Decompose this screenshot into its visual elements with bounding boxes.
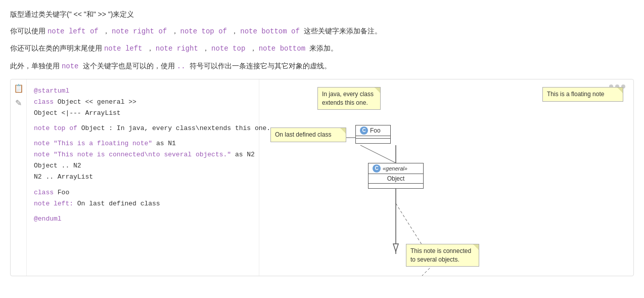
code-line-3: Object <|--- ArrayList xyxy=(34,108,252,119)
code-line-1: @startuml xyxy=(34,86,252,97)
copy-icon[interactable]: 📋 xyxy=(14,83,24,93)
note-on-last-class: On last defined class xyxy=(270,127,346,142)
code-note-top-of: note top of xyxy=(180,27,232,35)
diagram-panel: On last defined class C Foo In java, eve… xyxy=(259,79,633,276)
foo-name: Foo xyxy=(370,127,381,134)
code-blank-4 xyxy=(34,209,252,214)
connected-note-text: This note is connectedto several objects… xyxy=(410,247,471,263)
toolbar: 📋 ✎ xyxy=(11,79,27,276)
object-icon: C xyxy=(373,164,381,173)
text-section-2: 你可以使用 note left of ， note right of ， not… xyxy=(10,25,634,38)
code-dotdot: .. xyxy=(177,62,190,70)
code-note-left-of: note left of xyxy=(48,27,103,35)
object-class-name: Object xyxy=(387,175,405,182)
code-line-10: note left: On last defined class xyxy=(34,198,252,209)
heading-text: 版型通过类关键字(" << "和" >> ")来定义 xyxy=(10,10,134,18)
code-line-8: N2 .. ArrayList xyxy=(34,172,252,183)
floating-note-text: This is a floating note xyxy=(547,91,604,98)
code-line-2: class Object << general >> xyxy=(34,97,252,108)
svg-line-6 xyxy=(360,145,396,163)
note-object-top: In java, every classextends this one. xyxy=(317,87,381,110)
code-line-6: note "This note is connected\nto several… xyxy=(34,149,252,160)
class-object: C «general» Object xyxy=(368,163,424,189)
object-note-text: In java, every classextends this one. xyxy=(322,91,374,106)
foo-header: C Foo xyxy=(356,125,390,136)
code-line-9: class Foo xyxy=(34,187,252,198)
code-line-11: @enduml xyxy=(34,214,252,225)
diagram-container: 📋 ✎ @startuml class Object << general >>… xyxy=(10,79,634,276)
foo-icon: C xyxy=(360,126,368,135)
para2-suffix: 来添加。 xyxy=(309,44,338,52)
note-connected: This note is connectedto several objects… xyxy=(406,244,479,267)
para2-prefix: 你还可以在类的声明末尾使用 xyxy=(10,44,102,52)
object-header: C «general» xyxy=(369,163,423,174)
code-line-5: note "This is a floating note" as N1 xyxy=(34,138,252,149)
para1-suffix: 这些关键字来添加备注。 xyxy=(304,27,382,35)
object-name: «general» xyxy=(383,165,407,172)
text-section-4: 此外，单独使用 note 这个关键字也是可以的，使用 .. 符号可以作出一条连接… xyxy=(10,60,634,73)
foo-footer xyxy=(356,138,390,143)
code-blank-3 xyxy=(34,183,252,187)
para3-prefix: 此外，单独使用 xyxy=(10,62,60,70)
edit-icon[interactable]: ✎ xyxy=(15,98,22,108)
code-note-right: note right xyxy=(156,45,202,53)
code-note-right-of: note right of xyxy=(112,27,171,35)
svg-marker-1 xyxy=(393,244,398,251)
code-panel: @startuml class Object << general >> Obj… xyxy=(27,79,259,276)
code-note: note xyxy=(62,62,83,70)
para3-suffix: 符号可以作出一条连接它与其它对象的虚线。 xyxy=(190,62,331,70)
object-footer xyxy=(369,183,423,188)
para3-middle: 这个关键字也是可以的，使用 xyxy=(83,62,175,70)
text-section-3: 你还可以在类的声明末尾使用 note left ， note right ， n… xyxy=(10,42,634,55)
code-blank-1 xyxy=(34,119,252,123)
code-note-left: note left xyxy=(104,45,147,53)
code-blank-2 xyxy=(34,134,252,138)
code-note-bottom: note bottom xyxy=(259,45,310,53)
class-foo: C Foo xyxy=(355,125,391,144)
code-line-7: Object .. N2 xyxy=(34,160,252,172)
code-note-bottom-of: note bottom of xyxy=(240,27,304,35)
text-section-1: 版型通过类关键字(" << "和" >> ")来定义 xyxy=(10,8,634,21)
para1-prefix: 你可以使用 xyxy=(10,27,45,35)
code-line-4: note top of Object : In java, every clas… xyxy=(34,123,252,134)
code-note-top: note top xyxy=(211,45,250,53)
page-container: 版型通过类关键字(" << "和" >> ")来定义 你可以使用 note le… xyxy=(0,0,644,298)
note-floating: This is a floating note xyxy=(542,87,623,102)
object-body: Object xyxy=(369,174,423,183)
